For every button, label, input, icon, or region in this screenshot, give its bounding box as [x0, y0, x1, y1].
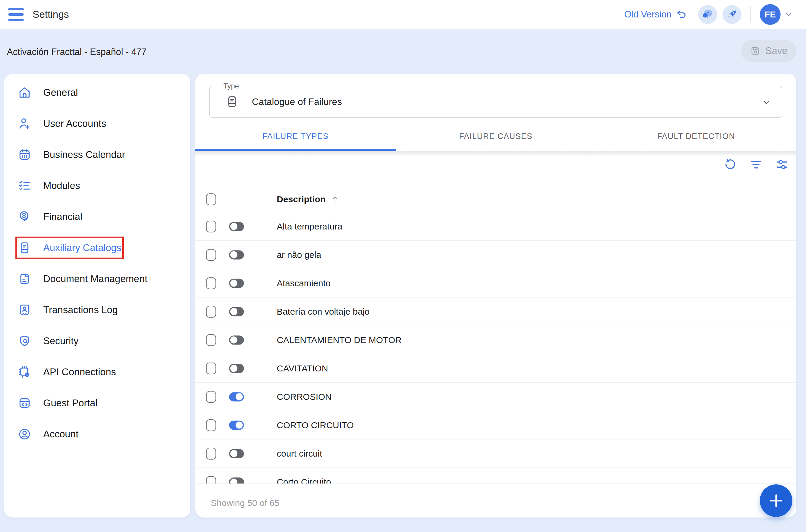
- table-row: Corto Circuito: [195, 468, 796, 483]
- type-select[interactable]: Type Catalogue of Failures: [209, 86, 782, 118]
- sidebar-item-general[interactable]: General: [4, 77, 190, 108]
- row-checkbox[interactable]: [206, 278, 216, 289]
- whats-new-button[interactable]: [722, 5, 741, 24]
- sidebar-item-security[interactable]: Security: [4, 325, 190, 356]
- row-enabled-toggle[interactable]: [229, 420, 244, 430]
- table-row: CAVITATION: [195, 354, 796, 383]
- sidebar-item-guest-portal[interactable]: Guest Portal: [4, 387, 190, 418]
- chat-sparkle-icon: [702, 8, 714, 20]
- old-version-button[interactable]: Old Version: [624, 8, 688, 20]
- sidebar-item-auxiliary-catalogs[interactable]: Auxiliary Catalogs: [4, 232, 190, 263]
- toggle-knob: [230, 223, 237, 230]
- row-description: Corto Circuito: [277, 477, 331, 483]
- chevron-down-icon[interactable]: [784, 10, 793, 19]
- row-description: Batería con voltaje bajo: [277, 307, 370, 317]
- filter-icon[interactable]: [749, 158, 763, 171]
- row-description: ar não gela: [277, 250, 321, 260]
- row-description: CALENTAMIENTO DE MOTOR: [277, 335, 402, 345]
- row-description: CAVITATION: [277, 363, 328, 374]
- menu-icon[interactable]: [8, 8, 24, 21]
- tune-icon[interactable]: [775, 158, 789, 171]
- add-button[interactable]: [760, 484, 792, 517]
- tab-failure-causes[interactable]: FAILURE CAUSES: [396, 124, 596, 149]
- row-enabled-toggle[interactable]: [229, 449, 244, 458]
- calendar-icon: [18, 148, 31, 162]
- sidebar-item-account[interactable]: Account: [4, 418, 190, 450]
- reset-icon[interactable]: [723, 158, 736, 171]
- sidebar-item-financial[interactable]: Financial: [4, 201, 190, 232]
- description-column-header: Description: [277, 194, 326, 204]
- toggle-knob: [230, 450, 237, 457]
- sidebar-item-api-connections[interactable]: API Connections: [4, 356, 190, 387]
- row-checkbox[interactable]: [206, 334, 216, 346]
- table-row: CALENTAMIENTO DE MOTOR: [195, 326, 796, 354]
- table-row: Atascamiento: [195, 269, 796, 298]
- tab-bar: FAILURE TYPESFAILURE CAUSESFAULT DETECTI…: [195, 124, 796, 149]
- row-checkbox[interactable]: [206, 249, 216, 261]
- row-checkbox[interactable]: [206, 448, 216, 459]
- breadcrumb-title: Activación Fracttal - Español - 477: [7, 47, 147, 57]
- row-enabled-toggle[interactable]: [229, 222, 244, 231]
- row-description: CORTO CIRCUITO: [277, 420, 354, 430]
- sidebar-item-user-accounts[interactable]: User Accounts: [4, 108, 190, 139]
- sidebar-item-label: Transactions Log: [43, 304, 118, 316]
- avatar[interactable]: FE: [760, 4, 781, 25]
- showing-count: Showing 50 of 65: [211, 498, 279, 508]
- sort-ascending-icon[interactable]: [330, 195, 340, 204]
- row-description: CORROSION: [277, 392, 331, 402]
- table-footer: Showing 50 of 65: [195, 483, 796, 517]
- sidebar-item-label: Business Calendar: [43, 149, 125, 160]
- page-title: Settings: [33, 8, 69, 20]
- table-body: Alta temperatura ar não gela Atascamient…: [195, 212, 796, 483]
- select-all-checkbox[interactable]: [206, 193, 216, 205]
- toggle-knob: [230, 337, 237, 344]
- old-version-label: Old Version: [624, 9, 672, 20]
- row-enabled-toggle[interactable]: [229, 335, 244, 344]
- settings-sidebar: General User Accounts Business Calendar …: [4, 74, 190, 517]
- sidebar-item-label: Financial: [43, 211, 82, 222]
- toggle-knob: [230, 478, 237, 483]
- table-row: ar não gela: [195, 241, 796, 269]
- table-row: Batería con voltaje bajo: [195, 298, 796, 326]
- row-checkbox[interactable]: [206, 391, 216, 403]
- sidebar-item-label: Modules: [43, 180, 80, 191]
- row-checkbox[interactable]: [206, 306, 216, 318]
- user-add-icon: [18, 117, 31, 130]
- tab-failure-types[interactable]: FAILURE TYPES: [195, 124, 396, 149]
- row-checkbox[interactable]: [206, 419, 216, 431]
- shield-icon: [18, 334, 31, 348]
- document-icon: [18, 272, 31, 286]
- main-panel: Type Catalogue of Failures FAILURE TYPES…: [195, 74, 796, 517]
- row-description: Atascamiento: [277, 278, 331, 288]
- row-checkbox[interactable]: [206, 221, 216, 232]
- row-enabled-toggle[interactable]: [229, 364, 244, 373]
- row-enabled-toggle[interactable]: [229, 307, 244, 316]
- sidebar-item-label: Auxiliary Catalogs: [43, 242, 121, 253]
- toggle-knob: [230, 251, 237, 259]
- sidebar-item-document-management[interactable]: Document Management: [4, 263, 190, 294]
- toggle-knob: [230, 308, 237, 315]
- undo-icon: [676, 8, 688, 20]
- row-checkbox[interactable]: [206, 476, 216, 483]
- app-bar-actions: Old Version FE: [624, 0, 793, 29]
- save-button[interactable]: Save: [741, 40, 796, 62]
- row-enabled-toggle[interactable]: [229, 392, 244, 401]
- sidebar-item-business-calendar[interactable]: Business Calendar: [4, 139, 190, 170]
- row-enabled-toggle[interactable]: [229, 250, 244, 259]
- tab-fault-detection[interactable]: FAULT DETECTION: [596, 124, 796, 149]
- list-toolbar: [723, 158, 789, 171]
- table-row: court circuit: [195, 439, 796, 468]
- sidebar-item-transactions-log[interactable]: Transactions Log: [4, 294, 190, 325]
- type-select-value: Catalogue of Failures: [252, 96, 342, 107]
- sidebar-item-label: Guest Portal: [43, 397, 97, 409]
- assistant-chat-button[interactable]: [698, 5, 717, 24]
- sidebar-item-modules[interactable]: Modules: [4, 170, 190, 201]
- row-enabled-toggle[interactable]: [229, 279, 244, 288]
- toggle-knob: [236, 422, 243, 429]
- partial-row-clip: Corto Circuito: [195, 468, 796, 483]
- row-enabled-toggle[interactable]: [229, 478, 244, 484]
- coin-icon: [18, 210, 31, 224]
- table-header: Description: [195, 186, 796, 212]
- row-checkbox[interactable]: [206, 363, 216, 374]
- sidebar-item-label: General: [43, 87, 78, 98]
